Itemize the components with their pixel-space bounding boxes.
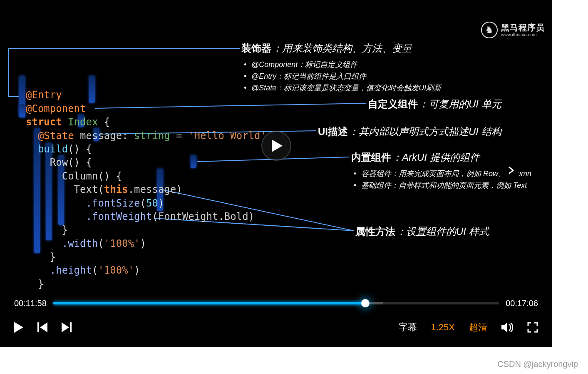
time-duration: 00:17:06 <box>506 299 538 308</box>
svg-rect-7 <box>37 322 39 332</box>
code-sample: @Entry @Component struct Index { @State … <box>26 75 266 304</box>
video-player-frame: ♞ 黑马程序员 www.itheima.com <box>0 0 552 347</box>
next-panel-button[interactable] <box>504 163 518 177</box>
play-icon <box>14 322 23 333</box>
subtitle-button[interactable]: 字幕 <box>399 321 417 334</box>
skip-next-icon <box>62 322 72 332</box>
progress-played <box>53 302 365 304</box>
player-controls: 00:11:58 00:17:06 字幕 1.25X 超清 <box>0 292 552 347</box>
speed-button[interactable]: 1.25X <box>431 322 455 333</box>
horse-icon: ♞ <box>481 22 498 38</box>
list-item: 基础组件：自带样式和功能的页面元素，例如 Text <box>351 180 531 192</box>
progress-thumb[interactable] <box>361 299 370 307</box>
svg-rect-10 <box>70 322 72 332</box>
chevron-right-icon <box>508 166 514 175</box>
brand-name: 黑马程序员 <box>501 23 545 32</box>
skip-previous-icon <box>37 322 47 332</box>
list-item: @Component：标记自定义组件 <box>241 59 441 71</box>
svg-marker-5 <box>272 140 283 152</box>
play-icon <box>272 140 283 152</box>
brand-watermark: ♞ 黑马程序员 www.itheima.com <box>481 22 545 38</box>
fullscreen-icon <box>527 322 538 333</box>
svg-marker-9 <box>62 322 69 332</box>
svg-marker-8 <box>40 322 47 332</box>
list-item: @Entry：标记当前组件是入口组件 <box>241 71 441 82</box>
list-item: @State：标记该变量是状态变量，值变化时会触发UI刷新 <box>241 82 441 94</box>
csdn-watermark: CSDN @jackyrongvip <box>497 359 578 369</box>
volume-icon <box>501 322 513 332</box>
progress-track[interactable] <box>53 302 499 304</box>
volume-button[interactable] <box>501 322 513 332</box>
video-slide-content: ♞ 黑马程序员 www.itheima.com <box>0 0 552 292</box>
svg-marker-11 <box>501 322 507 332</box>
play-button[interactable] <box>14 322 23 333</box>
article-sidebar <box>562 0 588 347</box>
previous-button[interactable] <box>37 322 47 332</box>
svg-marker-6 <box>14 322 23 333</box>
next-button[interactable] <box>62 322 72 332</box>
annotation-ui-description: UI描述：其内部以声明式方式描述UI 结构 <box>318 125 501 138</box>
brand-url: www.itheima.com <box>501 32 545 37</box>
annotation-attribute-method: 属性方法：设置组件的UI 样式 <box>355 225 489 238</box>
annotation-decorator: 装饰器：用来装饰类结构、方法、变量 @Component：标记自定义组件 @En… <box>241 42 441 94</box>
quality-button[interactable]: 超清 <box>469 321 487 334</box>
fullscreen-button[interactable] <box>527 322 538 333</box>
annotation-custom-component: 自定义组件：可复用的UI 单元 <box>368 97 501 111</box>
bracket-highlight <box>19 104 25 117</box>
time-current: 00:11:58 <box>14 299 47 308</box>
big-play-button[interactable] <box>261 131 291 161</box>
